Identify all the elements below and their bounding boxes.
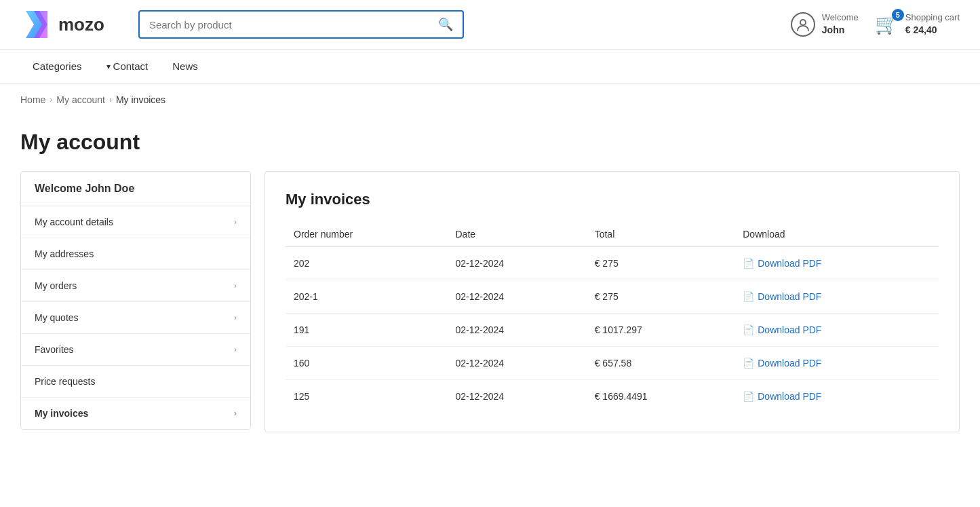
search-box: 🔍 — [138, 10, 464, 39]
pdf-icon: 📄 — [743, 391, 754, 402]
search-input[interactable] — [149, 19, 438, 31]
nav-item-categories[interactable]: Categories — [20, 50, 94, 83]
chevron-right-icon: › — [234, 217, 237, 227]
download-pdf-link[interactable]: 📄 Download PDF — [743, 358, 930, 369]
col-date: Date — [448, 222, 587, 247]
nav-news-label: News — [172, 60, 198, 72]
cell-download: 📄 Download PDF — [734, 247, 939, 280]
header: mozo 🔍 Welcome John 🛒 5 — [0, 0, 980, 50]
table-row: 202 02-12-2024 € 275 📄 Download PDF — [286, 247, 939, 280]
nav-contact-label: Contact — [113, 60, 149, 72]
cell-order-number: 202-1 — [286, 280, 448, 314]
chevron-right-icon: › — [234, 345, 237, 354]
table-row: 160 02-12-2024 € 657.58 📄 Download PDF — [286, 347, 939, 380]
download-pdf-link[interactable]: 📄 Download PDF — [743, 291, 930, 302]
header-right: Welcome John 🛒 5 Shopping cart € 24,40 — [791, 12, 960, 37]
cart-area[interactable]: 🛒 5 Shopping cart € 24,40 — [875, 12, 960, 36]
logo-icon — [20, 8, 53, 41]
cell-date: 02-12-2024 — [448, 380, 587, 413]
sidebar-item-invoices[interactable]: My invoices › — [21, 398, 250, 429]
sidebar-item-label: My quotes — [35, 312, 79, 323]
table-row: 191 02-12-2024 € 1017.297 📄 Download PDF — [286, 314, 939, 347]
chevron-right-icon: › — [234, 281, 237, 290]
cell-total: € 275 — [587, 280, 735, 314]
breadcrumb-home[interactable]: Home — [20, 94, 45, 105]
download-label: Download PDF — [758, 258, 821, 269]
chevron-down-icon: ▾ — [106, 62, 111, 71]
sidebar-item-label: My orders — [35, 280, 77, 291]
sidebar-header: Welcome John Doe — [21, 172, 250, 206]
cell-download: 📄 Download PDF — [734, 347, 939, 380]
download-label: Download PDF — [758, 324, 821, 335]
download-label: Download PDF — [758, 358, 821, 369]
user-text: Welcome John — [822, 12, 859, 36]
cell-order-number: 125 — [286, 380, 448, 413]
cart-price: € 24,40 — [905, 24, 960, 36]
cell-download: 📄 Download PDF — [734, 280, 939, 314]
col-download: Download — [734, 222, 939, 247]
user-icon — [791, 12, 815, 37]
cell-order-number: 191 — [286, 314, 448, 347]
chevron-right-icon: › — [234, 409, 237, 418]
cell-total: € 275 — [587, 247, 735, 280]
svg-point-2 — [800, 20, 806, 25]
sidebar: Welcome John Doe My account details › My… — [20, 171, 251, 430]
download-pdf-link[interactable]: 📄 Download PDF — [743, 391, 930, 402]
cell-date: 02-12-2024 — [448, 347, 587, 380]
page-title: My account — [20, 130, 960, 155]
cart-icon-wrap: 🛒 5 — [875, 13, 899, 35]
nav-item-contact[interactable]: ▾ Contact — [94, 50, 161, 83]
sidebar-item-favorites[interactable]: Favorites › — [21, 334, 250, 366]
sidebar-item-price-requests[interactable]: Price requests — [21, 366, 250, 398]
nav: Categories ▾ Contact News — [0, 50, 980, 83]
cart-text: Shopping cart € 24,40 — [905, 12, 960, 36]
sidebar-item-account-details[interactable]: My account details › — [21, 206, 250, 238]
table-row: 125 02-12-2024 € 1669.4491 📄 Download PD… — [286, 380, 939, 413]
pdf-icon: 📄 — [743, 258, 754, 269]
download-pdf-link[interactable]: 📄 Download PDF — [743, 258, 930, 269]
breadcrumb: Home › My account › My invoices — [0, 83, 980, 116]
table-row: 202-1 02-12-2024 € 275 📄 Download PDF — [286, 280, 939, 314]
cart-label: Shopping cart — [905, 12, 960, 24]
invoices-panel: My invoices Order number Date Total Down… — [264, 171, 960, 432]
col-total: Total — [587, 222, 735, 247]
invoices-table: Order number Date Total Download 202 02-… — [286, 222, 939, 413]
pdf-icon: 📄 — [743, 291, 754, 302]
search-icon[interactable]: 🔍 — [438, 17, 453, 32]
cart-badge: 5 — [892, 9, 904, 21]
pdf-icon: 📄 — [743, 324, 754, 335]
download-pdf-link[interactable]: 📄 Download PDF — [743, 324, 930, 335]
breadcrumb-current: My invoices — [116, 94, 165, 105]
user-welcome: Welcome — [822, 12, 859, 24]
cell-date: 02-12-2024 — [448, 247, 587, 280]
breadcrumb-account[interactable]: My account — [56, 94, 105, 105]
user-area[interactable]: Welcome John — [791, 12, 859, 37]
sidebar-item-label: My addresses — [35, 248, 94, 259]
search-area: 🔍 — [138, 10, 464, 39]
main-content: My account Welcome John Doe My account d… — [0, 116, 980, 459]
cell-total: € 1669.4491 — [587, 380, 735, 413]
cell-download: 📄 Download PDF — [734, 380, 939, 413]
download-label: Download PDF — [758, 291, 821, 302]
sidebar-item-label: My invoices — [35, 408, 88, 419]
chevron-right-icon: › — [234, 313, 237, 322]
sidebar-item-label: Price requests — [35, 376, 95, 387]
sidebar-item-label: My account details — [35, 217, 113, 227]
nav-item-news[interactable]: News — [160, 50, 210, 83]
sidebar-item-addresses[interactable]: My addresses — [21, 238, 250, 270]
logo-text: mozo — [58, 14, 104, 35]
logo[interactable]: mozo — [20, 8, 104, 41]
sidebar-item-label: Favorites — [35, 344, 74, 355]
cell-total: € 1017.297 — [587, 314, 735, 347]
cell-total: € 657.58 — [587, 347, 735, 380]
user-name: John — [822, 24, 859, 36]
nav-categories-label: Categories — [33, 60, 82, 72]
cell-date: 02-12-2024 — [448, 280, 587, 314]
sidebar-item-quotes[interactable]: My quotes › — [21, 302, 250, 334]
download-label: Download PDF — [758, 391, 821, 402]
cell-download: 📄 Download PDF — [734, 314, 939, 347]
cell-order-number: 160 — [286, 347, 448, 380]
cell-date: 02-12-2024 — [448, 314, 587, 347]
pdf-icon: 📄 — [743, 358, 754, 369]
sidebar-item-orders[interactable]: My orders › — [21, 270, 250, 302]
